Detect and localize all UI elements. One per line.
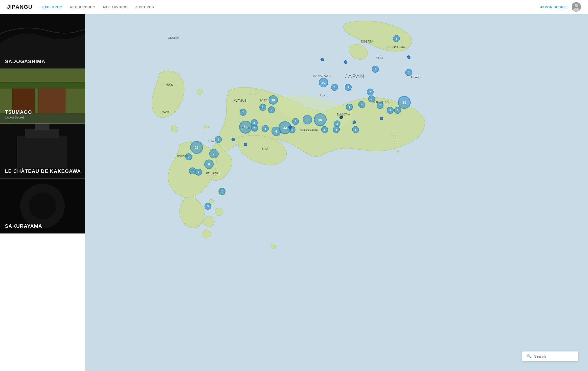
cluster-4-nagoya[interactable]: 4: [346, 104, 353, 111]
cluster-9[interactable]: 9: [271, 127, 281, 136]
svg-point-15: [271, 244, 276, 249]
svg-point-10: [204, 216, 214, 227]
cluster-dot-6: [244, 143, 247, 146]
cluster-7[interactable]: 7: [209, 149, 219, 158]
cluster-2-shizuoka[interactable]: 2: [367, 89, 374, 95]
cluster-3-hiroshima2[interactable]: 3: [262, 125, 269, 132]
cluster-2-shikoku[interactable]: 2: [377, 102, 384, 109]
cluster-2-shiz2[interactable]: 2: [368, 95, 375, 102]
kakegawa-title: LE CHÂTEAU DE KAKEGAWA: [5, 168, 81, 174]
cluster-dot-5: [231, 138, 235, 141]
tsumago-title: TSUMAGO: [5, 109, 32, 115]
japon-secret-label[interactable]: JAPON SECRET: [540, 5, 568, 9]
cluster-dot-7: [353, 120, 356, 124]
cluster-6[interactable]: 6: [204, 160, 214, 169]
cluster-5-shizuoka2[interactable]: 5: [352, 126, 359, 133]
tsumago-subtitle: Japon Secret: [5, 116, 32, 119]
svg-point-14: [396, 150, 399, 152]
navbar: JIPANGU EXPLORER RECHERCHER MES FAVORIS …: [0, 0, 588, 14]
cluster-3-kanazawa3[interactable]: 3: [345, 84, 352, 91]
cluster-2-kyushu-s[interactable]: 2: [219, 188, 226, 195]
cluster-3-sendai[interactable]: 3: [393, 35, 400, 42]
sidebar: SADOGASHIMA TSUMAGO Japon Secret LE CHÂT…: [0, 14, 85, 371]
svg-point-6: [204, 125, 209, 129]
cluster-2-hagi[interactable]: 2: [240, 109, 247, 116]
svg-point-13: [394, 141, 397, 144]
sadogashima-info: SADOGASHIMA: [5, 59, 45, 64]
search-icon: 🔍: [527, 354, 532, 359]
cluster-5-izu2[interactable]: 5: [394, 107, 401, 114]
nav-apropos[interactable]: A PROPOS: [135, 5, 154, 9]
map-background: [85, 14, 588, 371]
sidebar-item-sadogashima[interactable]: SADOGASHIMA: [0, 14, 85, 69]
cluster-3-kitakyushu[interactable]: 3: [185, 153, 192, 160]
svg-point-5: [249, 90, 258, 95]
svg-point-1: [575, 4, 578, 7]
cluster-dot-8: [380, 117, 383, 120]
nav-favoris[interactable]: MES FAVORIS: [103, 5, 127, 9]
cluster-18[interactable]: 18: [239, 121, 252, 134]
sidebar-item-sakurayama[interactable]: SAKURAYAMA: [0, 179, 85, 233]
nav-right: JAPON SECRET: [540, 2, 581, 12]
app-logo: JIPANGU: [7, 4, 32, 10]
cluster-dot-9: [407, 55, 410, 59]
cluster-4-nagoya2[interactable]: 4: [358, 101, 365, 108]
cluster-3-osaka[interactable]: 3: [292, 118, 299, 125]
cluster-dot-3: [344, 60, 347, 64]
cluster-2-nagasaki[interactable]: 2: [189, 167, 196, 174]
cluster-5-mie[interactable]: 5: [333, 126, 340, 133]
cluster-dot-4: [288, 125, 292, 129]
sidebar-item-kakegawa[interactable]: LE CHÂTEAU DE KAKEGAWA: [0, 124, 85, 179]
sidebar-item-tsumago[interactable]: TSUMAGO Japon Secret: [0, 69, 85, 124]
cluster-8[interactable]: 8: [303, 115, 312, 124]
cluster-dot-2: [320, 58, 324, 61]
svg-point-12: [391, 132, 395, 136]
cluster-5-niigata[interactable]: 5: [372, 66, 379, 73]
svg-point-9: [215, 208, 223, 216]
search-input[interactable]: [534, 354, 574, 358]
kakegawa-info: LE CHÂTEAU DE KAKEGAWA: [5, 168, 81, 174]
cluster-2-nagasaki2[interactable]: 2: [195, 169, 202, 176]
cluster-2-kitashiro[interactable]: 2: [215, 136, 222, 143]
cluster-5-izu1[interactable]: 5: [387, 107, 394, 114]
cluster-10-kanazawa[interactable]: 10: [319, 78, 328, 87]
nav-rechercher[interactable]: RECHERCHER: [70, 5, 95, 9]
cluster-10-tott[interactable]: 10: [269, 95, 278, 105]
sadogashima-title: SADOGASHIMA: [5, 59, 45, 64]
sakurayama-title: SAKURAYAMA: [5, 223, 42, 229]
cluster-3-matsue2[interactable]: 3: [268, 106, 275, 113]
cluster-2-matsue[interactable]: 2: [259, 104, 266, 111]
svg-rect-3: [85, 14, 588, 371]
search-box: 🔍: [522, 351, 578, 361]
avatar[interactable]: [572, 2, 581, 12]
svg-point-4: [197, 89, 203, 95]
cluster-dot-1: [339, 116, 343, 119]
nav-explorer[interactable]: EXPLORER: [42, 5, 62, 9]
cluster-3-iwaki[interactable]: 3: [405, 69, 412, 76]
tsumago-info: TSUMAGO Japon Secret: [5, 109, 32, 119]
svg-point-11: [202, 230, 211, 238]
cluster-3-kobe[interactable]: 3: [321, 126, 328, 133]
nav-links: EXPLORER RECHERCHER MES FAVORIS A PROPOS: [42, 5, 540, 9]
cluster-25[interactable]: 25: [190, 141, 203, 154]
map[interactable]: JAPAN NIIGATA FUKUSHIMA KANAZAWA SHIZUOK…: [85, 14, 588, 371]
cluster-66[interactable]: 66: [314, 113, 327, 126]
sakurayama-info: SAKURAYAMA: [5, 223, 42, 229]
cluster-3-hiroshima-w[interactable]: 3: [251, 125, 258, 132]
cluster-3-kyushu-s2[interactable]: 3: [204, 203, 211, 210]
cluster-3-kanazawa2[interactable]: 3: [331, 84, 338, 91]
cluster-28[interactable]: 28: [398, 96, 411, 109]
